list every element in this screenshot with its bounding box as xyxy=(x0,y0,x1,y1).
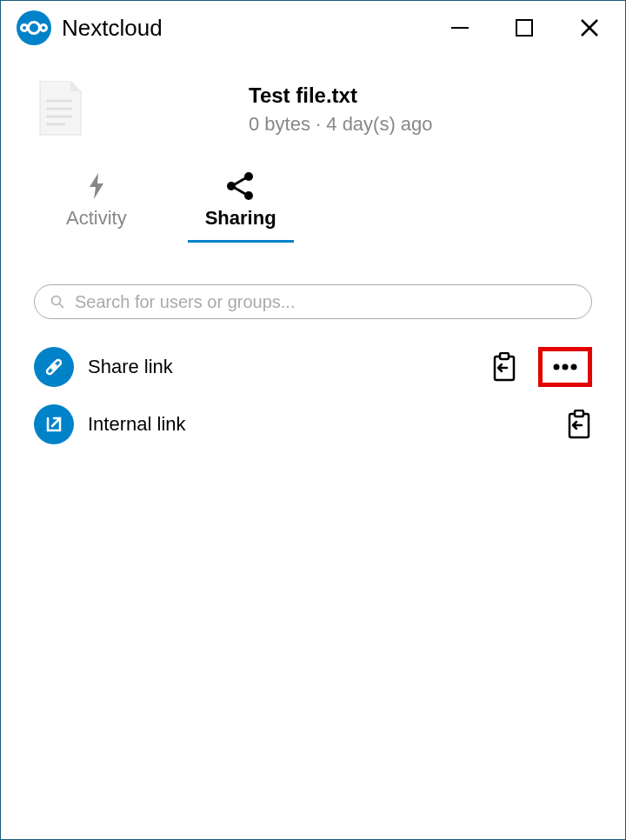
search-container: Search for users or groups... xyxy=(1,243,625,328)
tab-sharing[interactable]: Sharing xyxy=(188,163,294,243)
internal-link-actions xyxy=(566,410,592,439)
svg-point-11 xyxy=(244,172,253,181)
share-icon xyxy=(225,170,256,202)
svg-rect-20 xyxy=(500,353,509,359)
file-size: 0 bytes xyxy=(249,113,310,135)
titlebar: Nextcloud xyxy=(1,1,625,55)
tab-activity[interactable]: Activity xyxy=(49,163,144,243)
svg-point-1 xyxy=(22,25,28,31)
more-icon xyxy=(549,357,581,377)
svg-point-13 xyxy=(244,191,253,200)
svg-point-23 xyxy=(571,364,577,370)
file-info: Test file.txt 0 bytes · 4 day(s) ago xyxy=(249,83,433,136)
svg-rect-4 xyxy=(516,20,532,36)
close-button[interactable] xyxy=(578,17,601,39)
svg-line-15 xyxy=(235,188,245,194)
share-link-row: Share link xyxy=(34,338,592,396)
minimize-button[interactable] xyxy=(450,17,470,39)
svg-point-12 xyxy=(227,182,236,190)
external-link-icon xyxy=(34,404,74,444)
file-icon xyxy=(36,81,83,137)
window-controls xyxy=(450,17,601,39)
lightning-icon xyxy=(86,170,107,202)
svg-line-17 xyxy=(60,304,64,309)
nextcloud-logo xyxy=(17,10,51,45)
svg-line-24 xyxy=(52,418,60,426)
tabs: Activity Sharing xyxy=(1,155,625,243)
svg-rect-26 xyxy=(575,410,583,417)
share-list: Share link xyxy=(1,328,625,463)
tab-activity-label: Activity xyxy=(66,207,127,230)
search-icon xyxy=(50,295,64,309)
internal-link-row: Internal link xyxy=(34,396,592,453)
share-link-actions xyxy=(491,347,592,387)
svg-point-2 xyxy=(41,25,47,31)
file-age: 4 day(s) ago xyxy=(326,113,432,135)
maximize-button[interactable] xyxy=(514,17,535,39)
app-title: Nextcloud xyxy=(62,15,450,42)
more-options-button[interactable] xyxy=(538,347,592,387)
svg-point-16 xyxy=(52,297,61,305)
clipboard-icon xyxy=(566,410,592,439)
tab-sharing-label: Sharing xyxy=(205,207,276,230)
svg-line-14 xyxy=(235,178,245,184)
link-icon xyxy=(34,347,74,387)
file-meta: 0 bytes · 4 day(s) ago xyxy=(249,113,433,136)
copy-clipboard-button[interactable] xyxy=(566,410,592,439)
search-input[interactable]: Search for users or groups... xyxy=(34,284,592,319)
copy-clipboard-button[interactable] xyxy=(491,352,517,382)
svg-point-21 xyxy=(554,364,560,370)
file-name: Test file.txt xyxy=(249,83,433,108)
clipboard-icon xyxy=(491,352,517,382)
svg-point-0 xyxy=(29,23,40,34)
share-link-label: Share link xyxy=(88,356,477,378)
internal-link-label: Internal link xyxy=(88,413,552,436)
file-header: Test file.txt 0 bytes · 4 day(s) ago xyxy=(1,55,625,155)
search-placeholder: Search for users or groups... xyxy=(75,292,295,312)
svg-point-22 xyxy=(563,364,569,370)
